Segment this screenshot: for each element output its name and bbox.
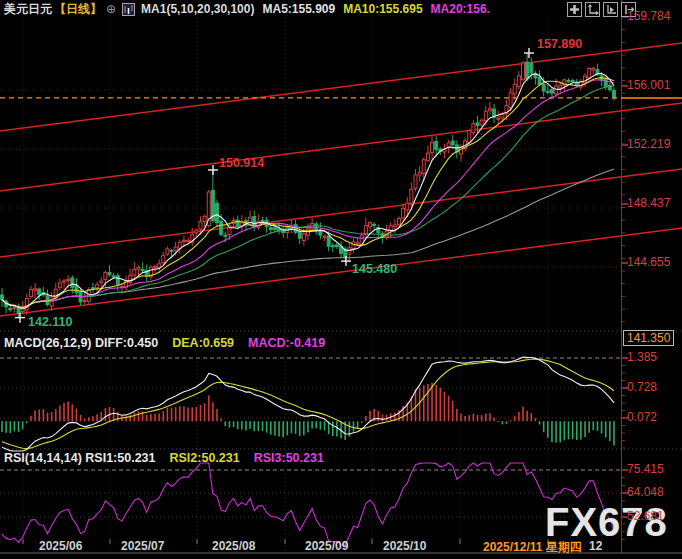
macd-diff-value: DIFF:0.450 <box>95 336 158 350</box>
price-axis-label: 0.072 <box>627 410 657 424</box>
price-axis-label: 75.415 <box>627 462 664 476</box>
chart-toolbar <box>567 2 636 17</box>
chart-window: 美元日元 【日线】 ⊕ MA1(5,10,20,30,100) MA5:155.… <box>0 0 682 559</box>
main-panel-bottom-price-label: 141.350 <box>623 330 674 346</box>
x-axis-month-label: 2025/09 <box>305 539 348 553</box>
ma20-value: MA20:156. <box>431 2 490 16</box>
rsi-label-row: RSI(14,14,14) RSI1:50.231 RSI2:50.231 RS… <box>4 451 324 465</box>
chart-canvas[interactable] <box>0 0 682 559</box>
mini-chart-icon <box>122 3 135 16</box>
rsi3-value: RSI3:50.231 <box>254 451 324 465</box>
candlestick-plot <box>0 43 682 318</box>
macd-macd-value: MACD:-0.419 <box>248 336 325 350</box>
move-icon[interactable] <box>567 2 582 17</box>
price-axis-label: 64.048 <box>627 485 664 499</box>
price-axis-label: 144.655 <box>627 255 670 269</box>
rsi-plot <box>2 463 614 545</box>
price-axis-label: 148.437 <box>627 196 670 210</box>
price-axis-label: 156.001 <box>627 78 670 92</box>
macd-plot <box>2 357 614 451</box>
ma10-value: MA10:155.695 <box>343 2 422 16</box>
price-axis-label: 159.784 <box>627 9 670 23</box>
link-icon[interactable]: ⊕ <box>106 2 116 16</box>
x-axis-pan-icon[interactable] <box>603 2 618 17</box>
price-axis-label: 152.219 <box>627 137 670 151</box>
rsi2-value: RSI2:50.231 <box>170 451 240 465</box>
x-axis-month-label: 2025/08 <box>212 539 255 553</box>
rsi-title: RSI(14,14,14) <box>4 451 82 465</box>
timeframe-label[interactable]: 【日线】 <box>54 1 102 18</box>
macd-title: MACD(26,12,9) <box>4 336 92 350</box>
price-axis-label: 1.385 <box>627 350 657 364</box>
ma-settings-label: MA1(5,10,20,30,100) <box>141 2 254 16</box>
macd-label-row: MACD(26,12,9) DIFF:0.450 DEA:0.659 MACD:… <box>4 336 325 350</box>
macd-title-and-diff: MACD(26,12,9) DIFF:0.450 <box>4 336 158 350</box>
rsi1-value: RSI1:50.231 <box>85 451 155 465</box>
macd-dea-value: DEA:0.659 <box>172 336 234 350</box>
x-axis-partial-month-label: 12 <box>589 539 602 553</box>
title-bar: 美元日元 【日线】 ⊕ MA1(5,10,20,30,100) MA5:155.… <box>4 1 490 17</box>
rsi-title-and-rsi1: RSI(14,14,14) RSI1:50.231 <box>4 451 156 465</box>
x-axis-month-label: 2025/06 <box>39 539 82 553</box>
x-axis-month-label: 2025/07 <box>121 539 164 553</box>
x-axis-month-label: 2025/10 <box>383 539 426 553</box>
price-axis-label: 52.681 <box>627 509 664 523</box>
swing-high-label: 150.914 <box>219 156 264 170</box>
price-axis-label: 0.728 <box>627 380 657 394</box>
swing-high-label: 157.890 <box>537 37 582 51</box>
x-axis-current-date-label: 2025/12/11 星期四 <box>483 539 582 556</box>
ma5-value: MA5:155.909 <box>262 2 335 16</box>
swing-low-label: 145.480 <box>352 262 397 276</box>
y-axis-scale-icon[interactable] <box>585 2 600 17</box>
swing-low-label: 142.110 <box>28 315 73 329</box>
symbol-name: 美元日元 <box>4 1 52 18</box>
